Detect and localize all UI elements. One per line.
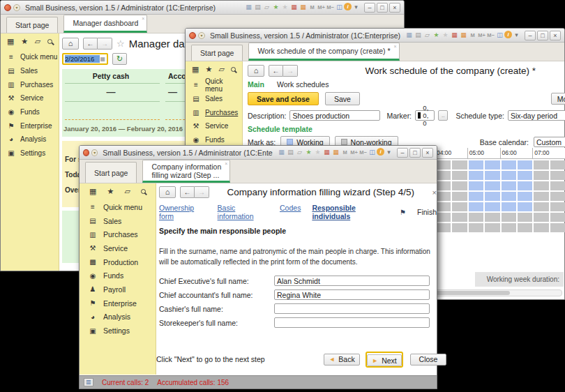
maximize-button[interactable]: □ [537,31,548,40]
titlebar[interactable]: ▾ Small Business, version 1.5 / Administ… [186,29,564,43]
sidebar-item-quick-menu[interactable]: ≡ Quick menu [80,200,156,214]
favorite-icon[interactable]: ★ [313,148,322,157]
calendar-orange-icon[interactable]: ▦ [331,148,340,157]
grid-cell[interactable] [485,192,499,201]
grid-cell[interactable] [469,213,483,222]
home-button[interactable]: ⌂ [159,186,176,198]
print-preview-icon[interactable]: ▱ [262,3,271,12]
grid-cell[interactable] [485,160,499,169]
m-plus-icon[interactable]: M+ [477,31,486,40]
grid-cell[interactable] [452,160,467,169]
grid-cell[interactable] [502,223,516,232]
sidebar-item-purchases[interactable]: ▥ Purchases [1,77,59,91]
grid-cell[interactable] [469,181,483,190]
tab-start-page[interactable]: Start page [191,45,243,61]
forward-button[interactable]: → [283,65,298,77]
home-button[interactable]: ⌂ [62,38,79,50]
step-link-codes[interactable]: Codes [280,204,301,220]
grid-cell[interactable] [485,223,499,232]
m-plus-icon[interactable]: M+ [317,3,326,12]
tab-start-page[interactable]: Start page [85,162,137,183]
favorites-icon[interactable]: ★ [205,65,212,74]
menu-caret-icon[interactable]: ▾ [384,148,393,157]
grid-cell[interactable] [485,171,499,180]
save-icon[interactable]: ▦ [277,148,286,157]
tab-wizard[interactable]: Company informationfilling wizard (Step … [142,160,230,183]
apps-grid-icon[interactable]: ▦ [7,37,14,46]
split-view-icon[interactable]: ◫ [495,31,504,40]
favorite-star-icon[interactable]: ☆ [116,38,125,49]
sidebar-item-enterprise[interactable]: ⚑ Enterprise [1,119,59,133]
grid-cell[interactable] [436,171,451,180]
more-button[interactable]: More▾ [551,93,565,105]
sidebar-item-quick-menu[interactable]: ≡ Quick menu [186,78,242,92]
minimize-button[interactable]: – [364,3,375,13]
grid-cell[interactable] [534,192,548,201]
system-menu-icon[interactable]: ▾ [13,4,20,11]
marker-picker-button[interactable]: .. [438,110,448,121]
tab-close-icon[interactable]: × [225,161,227,166]
titlebar[interactable]: ▾ Small Business, version 1.5 / Administ… [80,146,437,160]
calendar-orange-icon[interactable]: ▦ [459,31,468,40]
grid-cell[interactable] [534,160,548,169]
info-icon[interactable]: i [504,31,512,38]
recent-icon[interactable]: ▱ [124,187,130,196]
favorites-icon[interactable]: ★ [21,37,28,46]
sidebar-item-service[interactable]: ⚒ Service [1,91,59,105]
subtab-main[interactable]: Main [248,80,264,89]
favorite-icon[interactable]: ★ [441,31,450,40]
info-icon[interactable]: i [344,3,352,10]
grid-cell[interactable] [452,202,467,211]
sidebar-item-settings[interactable]: ▣ Settings [1,146,59,160]
sidebar-item-service[interactable]: ⚒ Service [186,119,242,133]
grid-cell[interactable] [550,171,565,180]
grid-cell[interactable] [485,202,499,211]
sidebar-item-quick-menu[interactable]: ≡ Quick menu [1,50,59,64]
calendar-red-icon[interactable]: ▦ [322,148,331,157]
schedule-type-input[interactable] [508,110,565,121]
grid-cell[interactable] [550,202,565,211]
calendar-icon[interactable]: ▦ [100,56,105,62]
favorite-add-icon[interactable]: ★ [271,3,280,12]
calendar-orange-icon[interactable]: ▦ [299,3,308,12]
minimize-button[interactable]: – [525,31,536,40]
sidebar-item-settings[interactable]: ▣ Settings [80,324,156,338]
sidebar-item-analysis[interactable]: ◕ Analysis [1,133,59,146]
forward-button[interactable]: → [98,38,112,50]
grid-cell[interactable] [518,160,532,169]
sidebar-item-funds[interactable]: ◉ Funds [1,105,59,119]
search-icon[interactable] [231,67,236,72]
grid-cell[interactable] [534,202,548,211]
calendar-red-icon[interactable]: ▦ [450,31,459,40]
description-input[interactable] [289,110,380,121]
print-preview-icon[interactable]: ▱ [295,148,304,157]
tab-work-schedule[interactable]: Work schedule of the company (create) * … [248,43,399,61]
maximize-button[interactable]: □ [377,3,388,13]
m-icon[interactable]: M [308,3,317,12]
grid-cell[interactable] [469,223,483,232]
subtab-work-schedules[interactable]: Work schedules [277,80,329,89]
print-icon[interactable]: ▤ [414,31,423,40]
grid-cell[interactable] [550,192,565,201]
m-plus-icon[interactable]: M+ [349,148,359,157]
apps-grid-icon[interactable]: ▦ [192,65,199,74]
grid-cell[interactable] [452,171,467,180]
grid-cell[interactable] [518,223,532,232]
close-button[interactable]: Close [410,354,446,365]
sidebar-item-sales[interactable]: ▤ Sales [1,64,59,78]
back-button[interactable]: ← [269,65,283,77]
save-and-close-button[interactable]: Save and close [248,92,319,105]
grid-cell[interactable] [550,160,565,169]
print-icon[interactable]: ▤ [253,3,262,12]
grid-cell[interactable] [436,160,451,169]
sidebar-item-payroll[interactable]: ♟ Payroll [80,282,156,296]
grid-cell[interactable] [550,223,565,232]
base-calendar-input[interactable] [534,137,565,147]
grid-cell[interactable] [534,213,548,222]
m-icon[interactable]: M [468,31,477,40]
grid-cell[interactable] [518,202,532,211]
grid-cell[interactable] [452,213,467,222]
calendar-red-icon[interactable]: ▦ [289,3,299,12]
save-icon[interactable]: ▦ [244,3,253,12]
sidebar-item-funds[interactable]: ◉ Funds [80,269,156,282]
